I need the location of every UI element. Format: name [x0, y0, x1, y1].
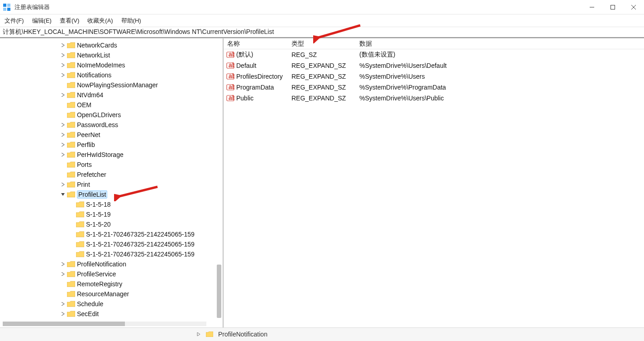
tree-node[interactable]: NtVdm64 [0, 90, 223, 100]
tree-node[interactable]: ProfileList [0, 189, 223, 199]
tree-node[interactable]: PasswordLess [0, 120, 223, 130]
chevron-placeholder [60, 82, 66, 88]
minimize-button[interactable] [582, 0, 602, 14]
folder-icon [67, 112, 75, 118]
menu-view[interactable]: 查看(V) [60, 17, 79, 25]
chevron-right-icon[interactable] [60, 52, 66, 58]
tree-scrollbar-thumb[interactable] [217, 265, 221, 318]
chevron-right-icon[interactable] [60, 261, 66, 267]
tree-node[interactable]: ProfileService [0, 269, 223, 279]
maximize-button[interactable] [602, 0, 623, 14]
folder-icon [67, 132, 75, 138]
value-name: ProfilesDirectory [236, 73, 283, 80]
svg-text:ab: ab [229, 72, 234, 80]
folder-icon [67, 142, 75, 148]
address-path: 计算机\HKEY_LOCAL_MACHINE\SOFTWARE\Microsof… [3, 28, 274, 36]
tree-node[interactable]: S-1-5-21-702467325-2142245065-159 [0, 239, 223, 249]
tree-node[interactable]: SecEdit [0, 309, 223, 319]
folder-icon [67, 152, 75, 158]
folder-icon [205, 331, 214, 337]
tree-node[interactable]: Perflib [0, 140, 223, 150]
chevron-placeholder [69, 241, 75, 247]
chevron-right-icon[interactable] [60, 142, 66, 148]
chevron-down-icon[interactable] [60, 191, 66, 198]
tree-node[interactable]: RemoteRegistry [0, 279, 223, 289]
chevron-right-icon[interactable] [60, 122, 66, 128]
value-row[interactable]: abProgramDataREG_EXPAND_SZ%SystemDrive%\… [224, 82, 644, 93]
bottom-label: ProfileNotification [218, 331, 267, 338]
tree-node[interactable]: S-1-5-20 [0, 219, 223, 229]
column-name[interactable]: 名称 [224, 40, 291, 48]
close-button[interactable] [623, 0, 644, 14]
tree-node[interactable]: PerHwIdStorage [0, 150, 223, 160]
svg-text:ab: ab [229, 94, 234, 101]
tree-node[interactable]: S-1-5-18 [0, 199, 223, 209]
tree-node[interactable]: OpenGLDrivers [0, 110, 223, 120]
menu-edit[interactable]: 编辑(E) [32, 17, 52, 25]
column-data[interactable]: 数据 [359, 40, 644, 48]
chevron-right-icon[interactable] [60, 301, 66, 307]
value-row[interactable]: abPublicREG_EXPAND_SZ%SystemDrive%\Users… [224, 93, 644, 104]
tree-node[interactable]: ProfileNotification [0, 259, 223, 269]
chevron-right-icon[interactable] [60, 181, 66, 188]
tree-node[interactable]: Notifications [0, 70, 223, 80]
folder-icon [76, 251, 84, 257]
folder-icon [67, 291, 75, 297]
menu-help[interactable]: 帮助(H) [121, 17, 141, 25]
value-data: %SystemDrive%\ProgramData [359, 84, 644, 91]
tree-node[interactable]: OEM [0, 100, 223, 110]
chevron-right-icon[interactable] [60, 72, 66, 78]
tree-node[interactable]: Schedule [0, 299, 223, 309]
chevron-right-icon[interactable] [60, 271, 66, 277]
tree-node[interactable]: NetworkCards [0, 40, 223, 50]
chevron-right-icon[interactable] [60, 152, 66, 158]
tree-node-label: ProfileList [77, 190, 107, 199]
menu-favorites[interactable]: 收藏夹(A) [87, 17, 113, 25]
tree-node-label: S-1-5-21-702467325-2142245065-159 [86, 231, 195, 238]
tree-node[interactable]: S-1-5-19 [0, 209, 223, 219]
tree-node[interactable]: NetworkList [0, 50, 223, 60]
string-value-icon: ab [226, 83, 234, 91]
value-data: %SystemDrive%\Users\Public [359, 95, 644, 102]
value-row[interactable]: abProfilesDirectoryREG_EXPAND_SZ%SystemD… [224, 71, 644, 82]
chevron-right-icon[interactable] [60, 42, 66, 48]
tree-node[interactable]: NoImeModeImes [0, 60, 223, 70]
folder-icon [67, 181, 75, 188]
chevron-right-icon[interactable] [60, 132, 66, 138]
chevron-right-icon[interactable] [60, 62, 66, 68]
tree-node[interactable]: NowPlayingSessionManager [0, 80, 223, 90]
folder-icon [67, 72, 75, 78]
tree-node-label: S-1-5-20 [86, 221, 110, 228]
string-value-icon: ab [226, 72, 234, 81]
chevron-placeholder [69, 211, 75, 218]
tree-node-label: RemoteRegistry [77, 280, 122, 288]
chevron-placeholder [69, 201, 75, 208]
menu-file[interactable]: 文件(F) [5, 17, 24, 25]
tree-node[interactable]: PeerNet [0, 130, 223, 140]
registry-tree[interactable]: NetworkCardsNetworkListNoImeModeImesNoti… [0, 38, 223, 319]
chevron-right-icon[interactable] [60, 311, 66, 317]
tree-node[interactable]: ResourceManager [0, 289, 223, 299]
list-header[interactable]: 名称 类型 数据 [224, 38, 644, 49]
tree-node[interactable]: S-1-5-21-702467325-2142245065-159 [0, 229, 223, 239]
value-data: %SystemDrive%\Users\Default [359, 62, 644, 69]
tree-node[interactable]: Print [0, 180, 223, 189]
chevron-right-icon [196, 331, 202, 337]
address-bar[interactable]: 计算机\HKEY_LOCAL_MACHINE\SOFTWARE\Microsof… [0, 27, 644, 38]
main-split: NetworkCardsNetworkListNoImeModeImesNoti… [0, 38, 644, 327]
tree-node-label: S-1-5-21-702467325-2142245065-159 [86, 251, 195, 258]
chevron-right-icon[interactable] [60, 92, 66, 98]
tree-node-label: ProfileService [77, 270, 116, 278]
tree-hscrollbar[interactable] [3, 321, 206, 327]
tree-node-label: S-1-5-21-702467325-2142245065-159 [86, 241, 195, 248]
value-row[interactable]: abDefaultREG_EXPAND_SZ%SystemDrive%\User… [224, 60, 644, 71]
value-name: ProgramData [236, 84, 274, 91]
svg-rect-0 [3, 4, 6, 7]
column-type[interactable]: 类型 [291, 40, 359, 48]
chevron-placeholder [69, 221, 75, 227]
values-list[interactable]: ab(默认)REG_SZ(数值未设置)abDefaultREG_EXPAND_S… [224, 49, 644, 104]
value-row[interactable]: ab(默认)REG_SZ(数值未设置) [224, 49, 644, 60]
tree-node[interactable]: S-1-5-21-702467325-2142245065-159 [0, 249, 223, 259]
tree-node[interactable]: Ports [0, 160, 223, 170]
tree-node[interactable]: Prefetcher [0, 170, 223, 180]
